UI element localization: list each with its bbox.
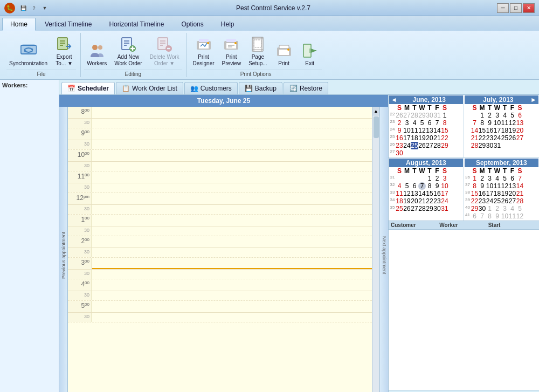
- sep-d13[interactable]: 13: [509, 182, 516, 190]
- june-d2[interactable]: 2: [396, 119, 403, 127]
- time-slot-11[interactable]: [92, 171, 372, 183]
- aug-d5[interactable]: 5: [403, 182, 411, 190]
- july-d1[interactable]: 1: [479, 112, 486, 119]
- june-d21[interactable]: 21: [433, 134, 441, 142]
- scroll-up-btn[interactable]: ▲: [372, 107, 379, 115]
- time-slot-12[interactable]: [92, 193, 372, 204]
- time-slot-9-30[interactable]: [92, 140, 372, 149]
- june-d30[interactable]: 30: [426, 112, 433, 119]
- aug-d8[interactable]: 8: [426, 182, 433, 190]
- sep-oct7[interactable]: 7: [479, 212, 486, 220]
- sep-d29[interactable]: 29: [471, 205, 479, 212]
- workers-button[interactable]: Workers: [84, 40, 109, 68]
- july-d2[interactable]: 2: [486, 112, 494, 119]
- aug-d17[interactable]: 17: [441, 190, 448, 197]
- aug-d3[interactable]: 3: [441, 175, 448, 182]
- sep-d26[interactable]: 26: [501, 197, 509, 205]
- july-d31[interactable]: 31: [494, 142, 501, 149]
- june-d4[interactable]: 4: [411, 119, 418, 127]
- july-d19[interactable]: 19: [509, 127, 516, 134]
- june-d18[interactable]: 18: [411, 134, 418, 142]
- sep-d22[interactable]: 22: [471, 197, 479, 205]
- july-d8[interactable]: 8: [479, 119, 486, 127]
- time-slot-10-30[interactable]: [92, 162, 372, 171]
- sep-oct6[interactable]: 6: [471, 212, 479, 220]
- appointments-list[interactable]: [389, 230, 539, 390]
- scroll-track[interactable]: [372, 115, 379, 392]
- sep-oct3[interactable]: 3: [501, 205, 509, 212]
- sep-d8[interactable]: 8: [471, 182, 479, 190]
- sep-oct10[interactable]: 10: [501, 212, 509, 220]
- sep-d9[interactable]: 9: [479, 182, 486, 190]
- sep-d28[interactable]: 28: [516, 197, 524, 205]
- july-d23[interactable]: 23: [486, 134, 494, 142]
- tab-backup[interactable]: 💾 Backup: [239, 82, 282, 94]
- june-d7[interactable]: 7: [433, 119, 441, 127]
- sep-d6[interactable]: 6: [509, 175, 516, 182]
- aug-d19[interactable]: 19: [403, 197, 411, 205]
- aug-d4[interactable]: 4: [396, 182, 403, 190]
- june-d13[interactable]: 13: [426, 127, 433, 134]
- june-d26[interactable]: 26: [396, 112, 403, 119]
- time-slot-1[interactable]: [92, 215, 372, 226]
- june-d28[interactable]: 28: [411, 112, 418, 119]
- aug-d13[interactable]: 13: [411, 190, 418, 197]
- june-d31[interactable]: 31: [433, 112, 441, 119]
- tab-home[interactable]: Home: [2, 18, 36, 31]
- june-d22[interactable]: 22: [441, 134, 448, 142]
- sep-d7[interactable]: 7: [516, 175, 524, 182]
- time-slot-8[interactable]: [92, 107, 372, 118]
- july-d22[interactable]: 22: [479, 134, 486, 142]
- delete-work-order-button[interactable]: Delete WorkOrder ▼: [147, 34, 182, 68]
- july-d20[interactable]: 20: [516, 127, 524, 134]
- sep-d1[interactable]: 1: [471, 175, 479, 182]
- july-d17[interactable]: 17: [494, 127, 501, 134]
- june-d27b[interactable]: 27: [426, 142, 433, 149]
- june-d5[interactable]: 5: [418, 119, 426, 127]
- tab-restore[interactable]: 🔄 Restore: [284, 82, 328, 94]
- time-slot-12-30[interactable]: [92, 205, 372, 214]
- tab-customers[interactable]: 👥 Customers: [184, 82, 238, 94]
- aug-d30[interactable]: 30: [433, 205, 441, 212]
- june-prev-btn[interactable]: ◄: [391, 96, 397, 104]
- vertical-scrollbar[interactable]: ▲ ▼: [372, 107, 379, 392]
- time-slot-5[interactable]: [92, 301, 372, 312]
- sep-d12[interactable]: 12: [501, 182, 509, 190]
- sep-d25[interactable]: 25: [494, 197, 501, 205]
- july-d6[interactable]: 6: [516, 112, 524, 119]
- aug-d23[interactable]: 23: [433, 197, 441, 205]
- june-d25-today[interactable]: 25: [411, 142, 418, 149]
- sep-d11[interactable]: 11: [494, 182, 501, 190]
- july-d16[interactable]: 16: [486, 127, 494, 134]
- tab-options[interactable]: Options: [173, 18, 211, 31]
- help-quick-btn[interactable]: ?: [29, 4, 39, 12]
- sep-oct11[interactable]: 11: [509, 212, 516, 220]
- minimize-button[interactable]: ─: [497, 3, 509, 13]
- sep-d27[interactable]: 27: [509, 197, 516, 205]
- print-preview-button[interactable]: PrintPreview: [219, 34, 244, 68]
- sep-d21[interactable]: 21: [516, 190, 524, 197]
- july-d29[interactable]: 29: [479, 142, 486, 149]
- july-d4[interactable]: 4: [501, 112, 509, 119]
- aug-d14[interactable]: 14: [418, 190, 426, 197]
- aug-d18[interactable]: 18: [396, 197, 403, 205]
- july-d11[interactable]: 11: [501, 119, 509, 127]
- june-d29b[interactable]: 29: [441, 142, 448, 149]
- sep-d5[interactable]: 5: [501, 175, 509, 182]
- july-next-btn[interactable]: ►: [530, 96, 537, 104]
- exit-button[interactable]: Exit: [298, 40, 322, 68]
- time-slot-3[interactable]: [92, 258, 372, 269]
- july-d5[interactable]: 5: [509, 112, 516, 119]
- july-d12[interactable]: 12: [509, 119, 516, 127]
- time-slot-5-30[interactable]: [92, 313, 372, 322]
- sep-d15[interactable]: 15: [471, 190, 479, 197]
- aug-d22[interactable]: 22: [426, 197, 433, 205]
- june-d6[interactable]: 6: [426, 119, 433, 127]
- june-d8[interactable]: 8: [441, 119, 448, 127]
- time-slot-4-30[interactable]: [92, 291, 372, 300]
- aug-d12[interactable]: 12: [403, 190, 411, 197]
- sep-oct4[interactable]: 4: [509, 205, 516, 212]
- aug-d1[interactable]: 1: [426, 175, 433, 182]
- time-slot-9[interactable]: [92, 128, 372, 140]
- dropdown-quick-btn[interactable]: ▼: [40, 4, 50, 12]
